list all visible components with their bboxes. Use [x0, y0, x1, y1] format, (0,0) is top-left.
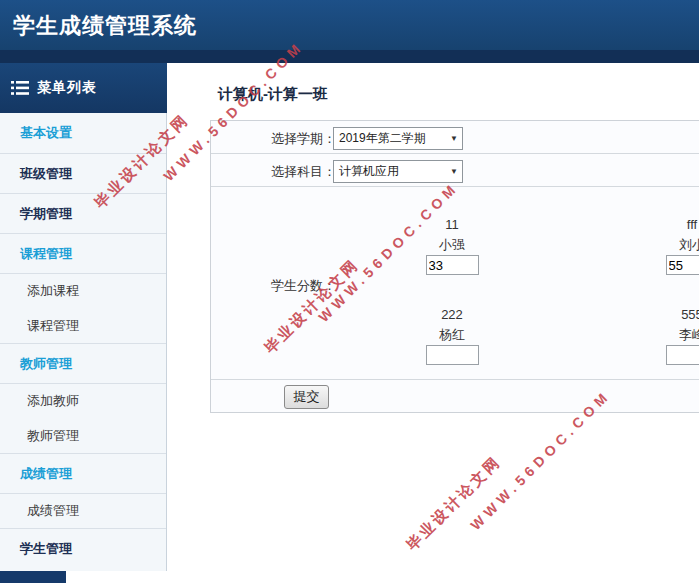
sidebar-item-add-teacher[interactable]: 添加教师 — [0, 383, 166, 418]
student-name: 刘小 — [637, 236, 699, 253]
row-divider — [211, 379, 699, 380]
sidebar-item-teacher-mgmt[interactable]: 教师管理 — [0, 343, 166, 383]
menu-list-icon — [11, 81, 29, 95]
subject-select-value: 计算机应用 — [339, 163, 399, 180]
sidebar-item-score-manage-selected[interactable]: 成绩管理 — [0, 493, 166, 528]
sidebar-header: 菜单列表 — [0, 63, 167, 113]
score-input[interactable] — [426, 345, 479, 365]
sidebar-item-course-manage[interactable]: 课程管理 — [0, 308, 166, 343]
sidebar-item-student-mgmt[interactable]: 学生管理 — [0, 528, 166, 568]
sidebar-header-label: 菜单列表 — [37, 79, 97, 97]
score-input[interactable] — [666, 345, 699, 365]
subject-label: 选择科目： — [251, 163, 336, 181]
score-input[interactable] — [666, 255, 699, 275]
sidebar-item-basic-settings[interactable]: 基本设置 — [0, 113, 166, 153]
grade-entry-panel: 选择学期： 2019年第二学期 ▼ 选择科目： 计算机应用 ▼ 学生分数： 11… — [210, 120, 699, 413]
row-divider — [211, 186, 699, 187]
sidebar-item-semester-mgmt[interactable]: 学期管理 — [0, 193, 166, 233]
app-header: 学生成绩管理系统 — [0, 0, 699, 50]
student-cell: fff 刘小 — [637, 216, 699, 275]
watermark-text: 毕业设计论文网 — [403, 452, 506, 555]
subject-select[interactable]: 计算机应用 ▼ — [333, 160, 463, 183]
student-name: 杨红 — [397, 326, 507, 343]
scores-label: 学生分数： — [251, 277, 336, 295]
student-id: 11 — [397, 216, 507, 233]
chevron-down-icon: ▼ — [450, 134, 458, 143]
sidebar-bottom-strip — [0, 571, 66, 583]
app-title: 学生成绩管理系统 — [13, 11, 197, 41]
student-name: 李峰 — [637, 326, 699, 343]
student-id: 555 — [637, 306, 699, 323]
student-cell: 222 杨红 — [397, 306, 507, 365]
sidebar-item-score-mgmt[interactable]: 成绩管理 — [0, 453, 166, 493]
chevron-down-icon: ▼ — [450, 167, 458, 176]
student-cell: 555 李峰 — [637, 306, 699, 365]
page-title: 计算机-计算一班 — [218, 85, 328, 104]
sidebar-item-class-mgmt[interactable]: 班级管理 — [0, 153, 166, 193]
semester-select[interactable]: 2019年第二学期 ▼ — [333, 127, 463, 150]
sidebar-item-add-course[interactable]: 添加课程 — [0, 273, 166, 308]
student-cell: 11 小强 — [397, 216, 507, 275]
student-id: fff — [637, 216, 699, 233]
score-input[interactable] — [426, 255, 479, 275]
student-name: 小强 — [397, 236, 507, 253]
semester-label: 选择学期： — [251, 130, 336, 148]
sidebar-item-teacher-manage[interactable]: 教师管理 — [0, 418, 166, 453]
sidebar-menu: 基本设置 班级管理 学期管理 课程管理 添加课程 课程管理 教师管理 添加教师 … — [0, 113, 167, 571]
row-divider — [211, 153, 699, 154]
submit-button[interactable]: 提交 — [284, 385, 329, 409]
student-id: 222 — [397, 306, 507, 323]
semester-select-value: 2019年第二学期 — [339, 130, 426, 147]
header-divider-strip — [0, 50, 699, 63]
sidebar-item-course-mgmt[interactable]: 课程管理 — [0, 233, 166, 273]
